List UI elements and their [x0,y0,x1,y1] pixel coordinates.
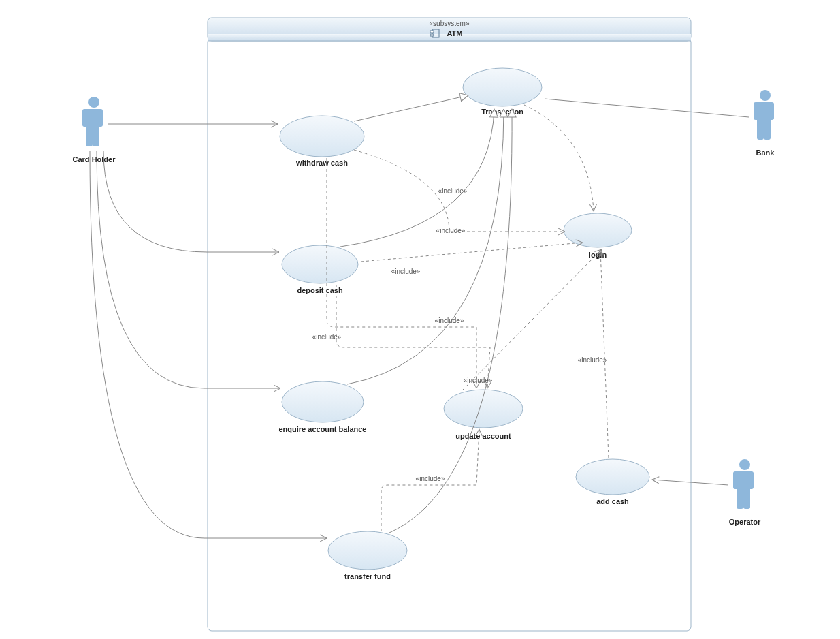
include-label: «include» [391,268,421,275]
include-label: «include» [416,475,445,482]
actor-label: Card Holder [73,155,116,163]
usecase-label: update account [455,432,511,440]
actor-label: Bank [756,149,775,157]
usecase-enquire: enquire account balance [279,381,367,433]
subsystem-name: ATM [447,29,462,37]
svg-point-9 [280,116,364,157]
usecase-label: enquire account balance [279,425,367,433]
actor-bank: Bank [754,90,775,157]
usecase-label: transfer fund [344,572,391,580]
usecase-label: add cash [596,497,629,505]
usecase-label: withdraw cash [295,159,348,167]
include-label: «include» [312,333,342,341]
usecase-diagram: «subsystem» ATM Card Holder Bank Operato… [0,0,840,639]
svg-point-11 [282,381,364,422]
usecase-label: Transaction [481,108,523,116]
include-label: «include» [435,317,464,324]
include-label: «include» [438,187,468,195]
svg-point-10 [282,245,358,283]
usecase-label: login [589,251,607,259]
person-icon [82,97,103,146]
svg-point-15 [576,459,649,495]
actor-cardholder: Card Holder [73,97,116,163]
actor-label: Operator [729,518,761,526]
include-label: «include» [436,227,466,234]
include-label: «include» [578,356,607,364]
include-label: «include» [464,377,493,384]
actor-operator: Operator [729,459,761,526]
svg-rect-4 [208,38,691,631]
subsystem-atm: «subsystem» ATM [208,18,691,631]
svg-point-8 [463,68,542,106]
svg-point-12 [328,531,407,570]
person-icon [754,90,774,140]
person-icon [733,459,754,509]
subsystem-stereotype: «subsystem» [430,20,470,27]
svg-point-13 [564,213,632,247]
